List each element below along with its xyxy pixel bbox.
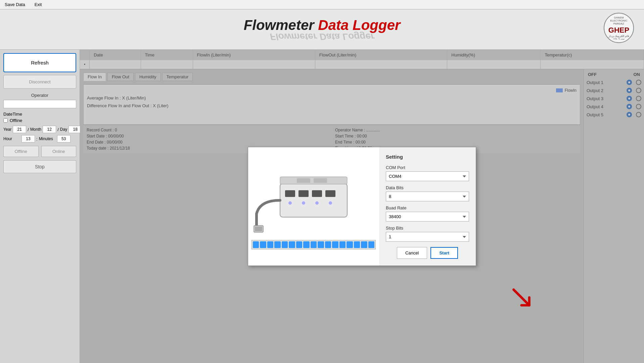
title-flowmeter: Flowmeter [244,17,314,33]
svg-point-6 [288,201,292,205]
year-label: Year [3,127,11,132]
mode-buttons: Offline Online [3,146,76,157]
data-bits-label: Data Bits [386,185,469,190]
usb-illustration [253,163,374,237]
modal-image [248,147,379,266]
header: Flowmeter Data Logger Flowmeter Data Log… [0,9,644,50]
menu-exit[interactable]: Exit [33,1,44,8]
offline-button[interactable]: Offline [3,146,39,157]
refresh-button[interactable]: Refresh [3,53,76,72]
start-button[interactable]: Start [430,247,458,259]
time-row: Hour : Minutes [3,135,76,143]
time-sep: : [36,136,38,142]
title-mirror: Flowmeter Data Logger [244,31,401,42]
modal-title: Setting [386,154,469,160]
svg-rect-11 [255,227,262,231]
hour-label: Hour [3,136,20,141]
month-input[interactable] [43,126,56,133]
stop-bits-group: Stop Bits 12 [386,226,469,242]
svg-point-9 [329,201,332,205]
svg-rect-2 [285,190,295,197]
datetime-label: DateTime [3,112,76,117]
svg-line-15 [514,290,530,306]
menu-bar: Save Data Exit [0,0,644,9]
logo: GHAEM ELECTRONIC PARDAZ GHEP قائم الکترو… [604,13,637,46]
month-label: Month [30,127,41,132]
svg-point-8 [315,201,319,205]
day-label: Day [60,127,67,132]
progress-bar [251,240,376,249]
logo-text: GHEP [608,26,629,35]
com-port-select[interactable]: COM1COM2COM3COM4COM5 [386,171,469,181]
operator-label: Operator [3,93,76,98]
baud-rate-group: Buad Rate 9600192003840057600115200 [386,205,469,221]
svg-rect-3 [298,190,309,197]
stop-bits-label: Stop Bits [386,226,469,231]
settings-modal: Setting COM Port COM1COM2COM3COM4COM5 Da… [248,147,476,266]
com-port-label: COM Port [386,165,469,170]
data-bits-group: Data Bits 78 [386,185,469,201]
baud-rate-label: Buad Rate [386,205,469,210]
left-panel: Refresh Disconnect Operator DateTime Off… [0,50,80,363]
stop-button[interactable]: Stop [3,160,76,173]
app-title: Flowmeter Data Logger Flowmeter Data Log… [244,17,401,42]
stop-bits-select[interactable]: 12 [386,232,469,242]
modal-overlay: Setting COM Port COM1COM2COM3COM4COM5 Da… [80,50,644,363]
hour-input[interactable] [21,135,35,143]
disconnect-button[interactable]: Disconnect [3,75,76,89]
year-input[interactable] [13,126,26,133]
operator-input[interactable] [3,100,76,108]
svg-rect-5 [325,190,335,197]
main-layout: Refresh Disconnect Operator DateTime Off… [0,50,644,363]
online-button[interactable]: Online [41,146,77,157]
cancel-button[interactable]: Cancel [397,247,427,259]
svg-rect-13 [297,178,310,183]
menu-save-data[interactable]: Save Data [3,1,27,8]
modal-settings: Setting COM Port COM1COM2COM3COM4COM5 Da… [379,147,476,266]
svg-rect-1 [280,184,347,217]
content-area: Date Time FlowIn (Liter/min) FlowOut (Li… [80,50,644,363]
data-bits-select[interactable]: 78 [386,192,469,201]
sep1: / [28,127,29,132]
date-row: Year / Month / Day [3,126,76,133]
sep2: / [57,127,59,132]
com-port-group: COM Port COM1COM2COM3COM4COM5 [386,165,469,181]
svg-point-7 [302,201,305,205]
minutes-label: Minutes [39,136,56,141]
offline-text: Offline [10,118,22,123]
logo-small: ثبت. ۱۳۸۰۹ [613,38,625,40]
logo-subtext: قائم الکترونیک پرداز [608,35,629,38]
svg-rect-4 [312,190,322,197]
offline-checkbox[interactable] [3,118,8,123]
offline-row: Offline [3,118,76,123]
minutes-input[interactable] [57,135,71,143]
red-arrow-icon [510,286,533,309]
title-data-logger: Data Logger [318,17,400,33]
modal-buttons: Cancel Start [386,247,469,259]
baud-rate-select[interactable]: 9600192003840057600115200 [386,212,469,221]
svg-rect-14 [314,178,327,183]
